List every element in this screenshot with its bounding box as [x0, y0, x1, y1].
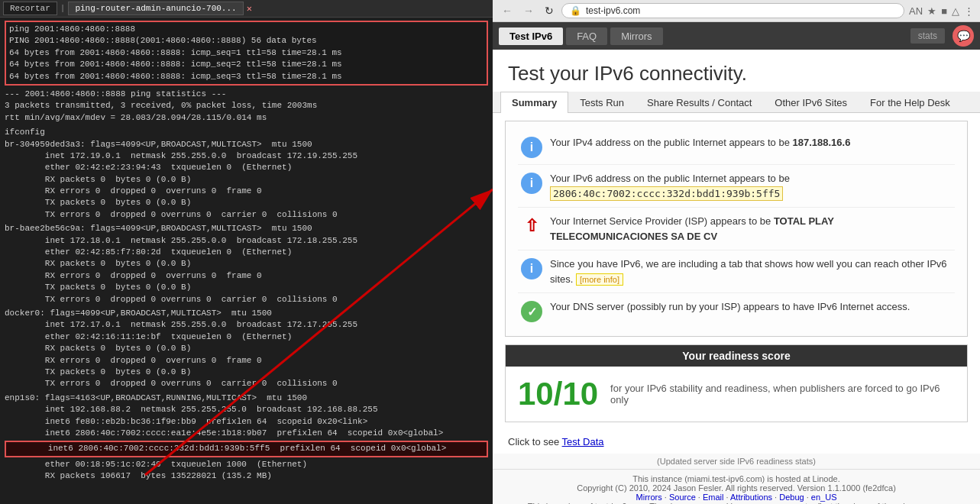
docker0-header: docker0: flags=4099<UP,BROADCAST,MULTICA… [5, 308, 488, 319]
terminal-tab-recortar[interactable]: Recortar [3, 2, 57, 15]
terminal-tab-ping[interactable]: ping-router-admin-anuncio-700... [68, 2, 243, 15]
info-text-isp: Your Internet Service Provider (ISP) app… [550, 214, 952, 244]
dns-check-icon: ✓ [521, 301, 542, 322]
readiness-section: Your readiness score 10/10 for your IPv6… [505, 344, 968, 422]
tab-share-results[interactable]: Share Results / Contact [636, 92, 763, 113]
footer-link-email[interactable]: Email [703, 493, 724, 502]
br-interface1-tx: TX packets 0 bytes 0 (0.0 B) [5, 197, 488, 208]
tab-other-ipv6[interactable]: Other IPv6 Sites [763, 92, 859, 113]
ping-seq3: 64 bytes from 2001:4860:4860::8888: icmp… [9, 71, 484, 82]
br-interface2-tx: TX packets 0 bytes 0 (0.0 B) [5, 282, 488, 293]
enp1s0-inet: inet 192.168.88.2 netmask 255.255.255.0 … [5, 404, 488, 415]
extensions-icon[interactable]: ■ [941, 5, 947, 17]
lock-icon: 🔒 [570, 5, 581, 16]
nav-mirrors[interactable]: Mirrors [610, 27, 662, 45]
footer-links-row: Mirrors · Source · Email · Attributions … [505, 493, 968, 502]
br-interface2-rx: RX packets 0 bytes 0 (0.0 B) [5, 258, 488, 270]
info-icon-ipv6: i [521, 173, 542, 194]
readiness-body: 10/10 for your IPv6 stability and readin… [506, 367, 967, 422]
info-text-ipv4: Your IPv4 address on the public Internet… [550, 135, 850, 150]
br-interface2-ether: ether 02:42:85:f7:80:2d txqueuelen 0 (Et… [5, 247, 488, 258]
chat-icon[interactable]: 💬 [953, 25, 974, 47]
ping-output-box: ping 2001:4860:4860::8888 PING 2001:4860… [5, 21, 488, 86]
info-row-isp: ⇧ Your Internet Service Provider (ISP) a… [518, 208, 955, 250]
enp1s0-ether: ether 00:18:95:1c:02:40 txqueuelen 1000 … [5, 459, 488, 470]
menu-icon[interactable]: ⋮ [964, 5, 974, 17]
footer-link-mirrors[interactable]: Mirrors [636, 493, 662, 502]
ping-stats-header: --- 2001:4860:4860::8888 ping statistics… [5, 89, 488, 100]
bookmark-icon[interactable]: ★ [927, 5, 936, 17]
terminal-close-btn[interactable]: ✕ [247, 3, 252, 15]
info-icon-ipv4: i [521, 137, 542, 158]
test-data-prefix: Click to see [508, 436, 559, 447]
ping-stats-detail: 3 packets transmitted, 3 received, 0% pa… [5, 100, 488, 111]
footer-link-source[interactable]: Source [669, 493, 696, 502]
docker0-inet: inet 172.17.0.1 netmask 255.255.0.0 broa… [5, 319, 488, 331]
back-button[interactable]: ← [499, 3, 516, 18]
br-interface2-txerr: TX errors 0 dropped 0 overruns 0 carrier… [5, 294, 488, 305]
site-header: Test your IPv6 connectivity. [493, 50, 980, 92]
test-data-link[interactable]: Test Data [562, 436, 604, 447]
site-nav-bar: Test IPv6 FAQ Mirrors stats 💬 [493, 22, 980, 50]
shield-icon[interactable]: △ [952, 5, 959, 17]
enp1s0-inet6-global1: inet6 2806:40c:7002:cccc:ea1e:4e5e:1b18:… [5, 428, 488, 439]
browser-panel: ← → ↻ 🔒 test-ipv6.com AN ★ ■ △ ⋮ Test IP… [493, 0, 980, 504]
br-interface1-ether: ether 02:42:e2:23:94:43 txqueuelen 0 (Et… [5, 162, 488, 173]
tab-help-desk[interactable]: For the Help Desk [859, 92, 962, 113]
info-row-ipv6-tab: i Since you have IPv6, we are including … [518, 250, 955, 293]
readiness-description: for your IPv6 stability and readiness, w… [610, 383, 955, 405]
footer-copyright: Copyright (C) 2010, 2024 Jason Fesler. A… [505, 483, 968, 493]
ping-seq2: 64 bytes from 2001:4860:4860::8888: icmp… [9, 59, 484, 70]
terminal-panel: Recortar | ping-router-admin-anuncio-700… [0, 0, 493, 504]
br-interface1-txerr: TX errors 0 dropped 0 overruns 0 carrier… [5, 209, 488, 221]
enp1s0-inet6-global2: inet6 2806:40c:7002:cccc:332d:bdd1:939b:… [8, 443, 485, 454]
br-interface1-inet: inet 172.19.0.1 netmask 255.255.0.0 broa… [5, 150, 488, 162]
docker0-txerr: TX errors 0 dropped 0 overruns 0 carrier… [5, 378, 488, 389]
more-info-link[interactable]: [more info] [576, 273, 623, 286]
translate-icon[interactable]: AN [909, 5, 923, 17]
enp1s0-inet6-link: inet6 fe80::eb2b:bc36:1f9e:bb9 prefixlen… [5, 416, 488, 428]
docker0-rx: RX packets 0 bytes 0 (0.0 B) [5, 343, 488, 354]
stats-link[interactable]: stats [910, 28, 945, 44]
content-tab-bar: Summary Tests Run Share Results / Contac… [493, 92, 980, 113]
nav-faq[interactable]: FAQ [566, 27, 607, 45]
info-text-dns: Your DNS server (possibly run by your IS… [550, 299, 910, 315]
forward-button[interactable]: → [520, 3, 537, 18]
tab-summary[interactable]: Summary [500, 92, 568, 113]
ping-rtt: rtt min/avg/max/mdev = 28.083/28.094/28.… [5, 112, 488, 124]
footer-link-debug[interactable]: Debug [779, 493, 804, 502]
address-bar[interactable]: 🔒 test-ipv6.com [561, 3, 904, 18]
terminal-output: ping 2001:4860:4860::8888 PING 2001:4860… [0, 18, 493, 499]
site-footer: This instance (miami.test-ipv6.com) is h… [493, 469, 980, 504]
ifconfig-cmd: ifconfig [5, 127, 488, 138]
footer-stats: (Updated server side IPv6 readiness stat… [493, 454, 980, 469]
ping-header: PING 2001:4860:4860::8888(2001:4860:4860… [9, 35, 484, 47]
info-icon-ipv6-tab: i [521, 258, 542, 279]
ping-seq1: 64 bytes from 2001:4860:4860::8888: icmp… [9, 47, 484, 59]
browser-chrome-bar: ← → ↻ 🔒 test-ipv6.com AN ★ ■ △ ⋮ [493, 0, 980, 22]
br-interface2-rxerr: RX errors 0 dropped 0 overruns 0 frame 0 [5, 270, 488, 282]
footer-link-locale[interactable]: en_US [811, 493, 837, 502]
footer-link-attributions[interactable]: Attributions [730, 493, 772, 502]
terminal-tab-bar: Recortar | ping-router-admin-anuncio-700… [0, 0, 493, 18]
nav-test-ipv6[interactable]: Test IPv6 [499, 27, 563, 45]
enp1s0-header: enp1s0: flags=4163<UP,BROADCAST,RUNNING,… [5, 393, 488, 404]
enp1s0-inet6-global2-box: inet6 2806:40c:7002:cccc:332d:bdd1:939b:… [5, 441, 488, 457]
red-arrow-icon: ⇧ [521, 215, 542, 237]
br-interface2-inet: inet 172.18.0.1 netmask 255.255.0.0 broa… [5, 235, 488, 247]
ipv6-address: 2806:40c:7002:cccc:332d:bdd1:939b:5ff5 [550, 186, 783, 201]
test-data-section: Click to see Test Data [493, 430, 980, 454]
readiness-header: Your readiness score [506, 345, 967, 367]
info-text-ipv6-tab: Since you have IPv6, we are including a … [550, 257, 952, 286]
refresh-button[interactable]: ↻ [542, 3, 557, 18]
footer-stats-text: (Updated server side IPv6 readiness stat… [657, 457, 816, 466]
info-section: i Your IPv4 address on the public Intern… [505, 121, 968, 337]
br-interface1-rx: RX packets 0 bytes 0 (0.0 B) [5, 174, 488, 186]
tab-tests-run[interactable]: Tests Run [568, 92, 636, 113]
docker0-tx: TX packets 0 bytes 0 (0.0 B) [5, 367, 488, 378]
br-interface1-rxerr: RX errors 0 dropped 0 overruns 0 frame 0 [5, 186, 488, 197]
readiness-score: 10/10 [518, 376, 598, 412]
enp1s0-rx-bytes: RX packets 106617 bytes 135228021 (135.2… [5, 470, 488, 482]
url-text: test-ipv6.com [586, 5, 640, 16]
br-interface1-header: br-304959ded3a3: flags=4099<UP,BROADCAST… [5, 139, 488, 150]
